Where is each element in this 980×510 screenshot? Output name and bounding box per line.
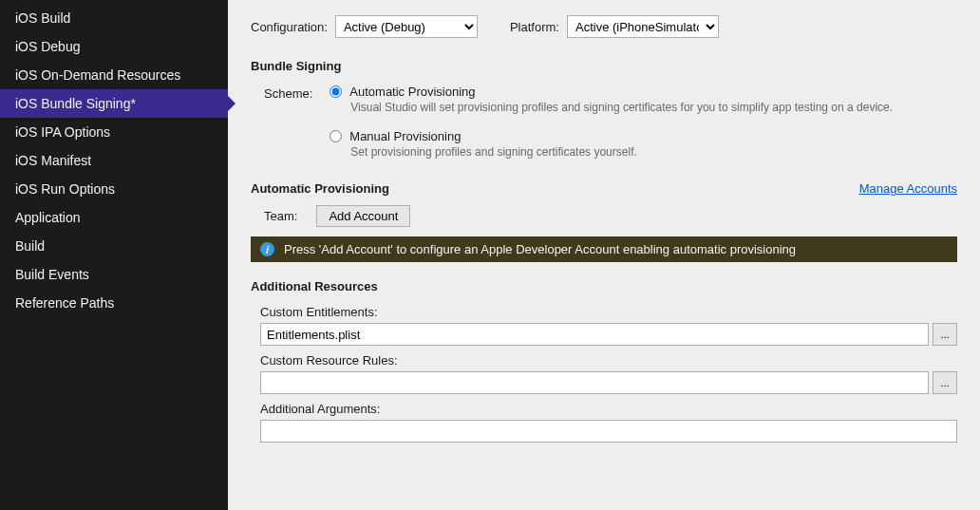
scheme-automatic-desc: Visual Studio will set provisioning prof…: [350, 101, 957, 114]
add-account-button[interactable]: Add Account: [316, 205, 410, 227]
scheme-manual-label: Manual Provisioning: [349, 129, 461, 143]
manage-accounts-link[interactable]: Manage Accounts: [859, 181, 957, 196]
scheme-automatic-label: Automatic Provisioning: [349, 85, 475, 99]
custom-resource-rules-input[interactable]: [260, 371, 929, 394]
custom-resource-rules-label: Custom Resource Rules:: [260, 353, 957, 368]
info-text: Press 'Add Account' to configure an Appl…: [284, 242, 796, 256]
custom-entitlements-browse-button[interactable]: ...: [933, 323, 957, 346]
custom-entitlements-label: Custom Entitlements:: [260, 305, 957, 319]
scheme-manual-option[interactable]: Manual Provisioning: [330, 129, 957, 143]
configuration-label: Configuration:: [251, 20, 328, 34]
platform-dropdown[interactable]: Active (iPhoneSimulator): [567, 15, 719, 38]
info-bar: i Press 'Add Account' to configure an Ap…: [251, 236, 957, 262]
sidebar: iOS Build iOS Debug iOS On-Demand Resour…: [0, 0, 228, 510]
sidebar-item-build[interactable]: Build: [0, 232, 228, 260]
bundle-signing-title: Bundle Signing: [251, 59, 957, 73]
custom-entitlements-input[interactable]: [260, 323, 929, 346]
scheme-automatic-option[interactable]: Automatic Provisioning: [330, 85, 957, 99]
additional-arguments-label: Additional Arguments:: [260, 402, 957, 416]
sidebar-item-ios-on-demand-resources[interactable]: iOS On-Demand Resources: [0, 61, 228, 89]
scheme-manual-desc: Set provisioning profiles and signing ce…: [350, 145, 957, 159]
scheme-label: Scheme:: [264, 85, 312, 174]
sidebar-item-ios-ipa-options[interactable]: iOS IPA Options: [0, 118, 228, 146]
main-panel: Configuration: Active (Debug) Platform: …: [228, 0, 980, 510]
scheme-automatic-radio[interactable]: [330, 85, 342, 98]
automatic-provisioning-title: Automatic Provisioning: [251, 181, 389, 196]
additional-arguments-input[interactable]: [260, 420, 957, 443]
sidebar-item-ios-build[interactable]: iOS Build: [0, 4, 228, 32]
custom-resource-rules-browse-button[interactable]: ...: [933, 371, 957, 394]
config-platform-row: Configuration: Active (Debug) Platform: …: [251, 15, 957, 38]
additional-resources-title: Additional Resources: [251, 279, 957, 293]
sidebar-item-application[interactable]: Application: [0, 203, 228, 232]
sidebar-item-reference-paths[interactable]: Reference Paths: [0, 289, 228, 317]
sidebar-item-ios-run-options[interactable]: iOS Run Options: [0, 175, 228, 203]
sidebar-item-build-events[interactable]: Build Events: [0, 260, 228, 289]
sidebar-item-ios-bundle-signing[interactable]: iOS Bundle Signing*: [0, 89, 228, 118]
sidebar-item-ios-manifest[interactable]: iOS Manifest: [0, 146, 228, 175]
sidebar-item-ios-debug[interactable]: iOS Debug: [0, 32, 228, 61]
scheme-manual-radio[interactable]: [330, 130, 342, 142]
info-icon: i: [260, 242, 274, 256]
team-label: Team:: [264, 209, 297, 223]
platform-label: Platform:: [510, 20, 559, 34]
configuration-dropdown[interactable]: Active (Debug): [335, 15, 478, 38]
